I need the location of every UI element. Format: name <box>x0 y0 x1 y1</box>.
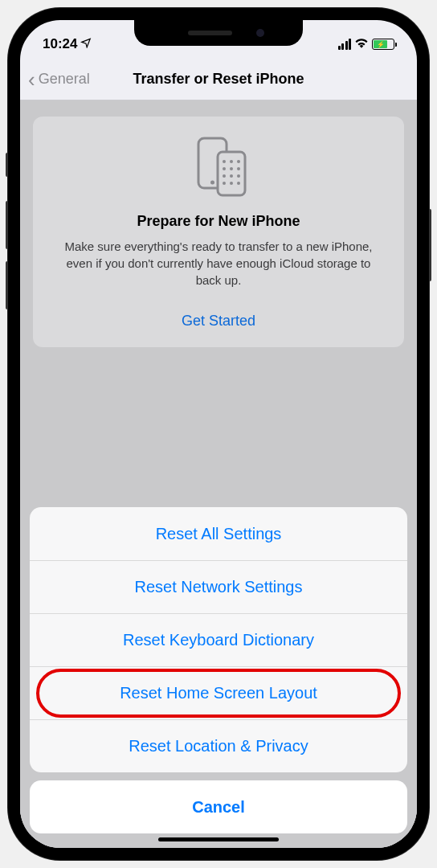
page-title: Transfer or Reset iPhone <box>133 71 304 88</box>
svg-point-8 <box>237 167 240 170</box>
home-indicator[interactable] <box>158 837 279 841</box>
svg-point-14 <box>237 182 240 185</box>
phone-notch <box>134 20 303 46</box>
option-label: Reset Location & Privacy <box>129 737 308 755</box>
reset-action-sheet: Reset All Settings Reset Network Setting… <box>30 507 407 833</box>
svg-rect-2 <box>218 152 245 195</box>
location-icon <box>80 36 92 52</box>
back-button[interactable]: ‹ General <box>28 69 90 90</box>
option-label: Reset All Settings <box>156 525 282 543</box>
option-label: Reset Keyboard Dictionary <box>123 631 314 649</box>
reset-all-settings-option[interactable]: Reset All Settings <box>30 507 407 560</box>
devices-icon <box>182 134 255 199</box>
cancel-label: Cancel <box>192 798 245 817</box>
reset-network-settings-option[interactable]: Reset Network Settings <box>30 560 407 613</box>
svg-point-1 <box>210 181 214 185</box>
get-started-link[interactable]: Get Started <box>47 313 390 330</box>
prepare-card-description: Make sure everything's ready to transfer… <box>47 238 390 289</box>
sheet-options-group: Reset All Settings Reset Network Setting… <box>30 507 407 772</box>
chevron-left-icon: ‹ <box>28 69 35 90</box>
svg-point-13 <box>230 182 233 185</box>
cancel-button[interactable]: Cancel <box>30 780 407 833</box>
reset-location-privacy-option[interactable]: Reset Location & Privacy <box>30 719 407 772</box>
svg-point-9 <box>223 174 226 178</box>
option-label: Reset Home Screen Layout <box>120 684 317 702</box>
svg-point-7 <box>230 167 233 170</box>
svg-point-5 <box>237 160 240 163</box>
svg-point-3 <box>223 160 226 163</box>
reset-keyboard-dictionary-option[interactable]: Reset Keyboard Dictionary <box>30 613 407 666</box>
prepare-card: Prepare for New iPhone Make sure everyth… <box>33 117 404 347</box>
status-time: 10:24 <box>43 36 77 52</box>
svg-point-11 <box>237 174 240 178</box>
svg-point-10 <box>230 174 233 178</box>
prepare-card-title: Prepare for New iPhone <box>47 213 390 230</box>
reset-home-screen-layout-option[interactable]: Reset Home Screen Layout <box>30 666 407 719</box>
navigation-bar: ‹ General Transfer or Reset iPhone <box>20 59 417 100</box>
svg-point-6 <box>223 167 226 170</box>
svg-point-4 <box>230 160 233 163</box>
option-label: Reset Network Settings <box>135 578 303 596</box>
phone-device-frame: 10:24 ⚡ ‹ General <box>8 8 429 860</box>
back-label: General <box>39 71 90 88</box>
battery-icon: ⚡ <box>372 39 394 50</box>
wifi-icon <box>354 36 369 52</box>
svg-point-12 <box>223 182 226 185</box>
phone-screen: 10:24 ⚡ ‹ General <box>20 20 417 848</box>
cellular-signal-icon <box>338 39 352 50</box>
